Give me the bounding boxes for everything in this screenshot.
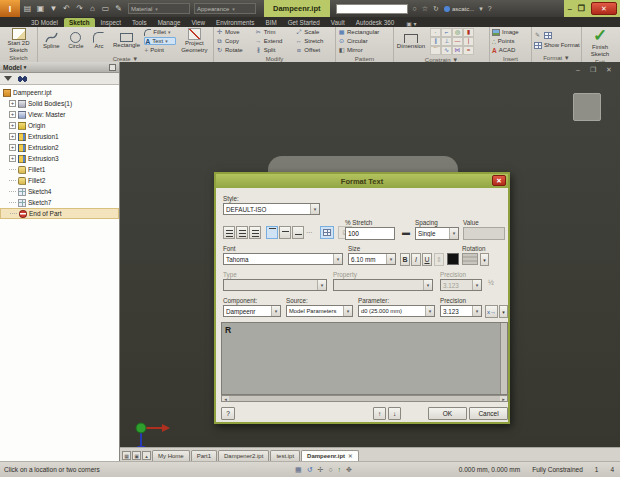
symbol-button[interactable] (320, 226, 334, 239)
sketch-qat-icon[interactable]: ✎ (113, 3, 124, 14)
tab-sketch[interactable]: Sketch (64, 18, 95, 27)
material-combo[interactable]: Material ▾ (128, 3, 190, 14)
new-file-icon[interactable]: ▤ (22, 3, 33, 14)
spline-button[interactable]: Spline (40, 32, 63, 50)
expand-icon[interactable]: + (9, 133, 16, 140)
filter-icon[interactable] (4, 76, 12, 81)
parameter-extra-dropdown[interactable]: ▾ (499, 305, 508, 318)
expand-icon[interactable]: + (9, 155, 16, 162)
help-button[interactable]: ? (221, 407, 235, 420)
print-icon[interactable]: ▭ (100, 3, 111, 14)
dimension-button[interactable]: Dimension (396, 34, 426, 50)
fillet-button[interactable]: Fillet ▾ (144, 28, 175, 36)
star-icon[interactable]: ☆ (422, 5, 428, 13)
tab-bim[interactable]: BIM (260, 18, 281, 27)
stretch-button[interactable]: ↔Stretch (295, 37, 333, 45)
expand-icon[interactable]: + (9, 100, 16, 107)
equal-constraint-icon[interactable]: = (463, 46, 474, 55)
close-tab-icon[interactable]: ✕ (348, 451, 353, 461)
move-down-button[interactable]: ↓ (388, 407, 401, 420)
rotation-control[interactable] (462, 253, 478, 265)
spacing-combo[interactable]: Single ▾ (415, 227, 459, 240)
tree-item-extrusion3[interactable]: + Extrusion3 (0, 153, 119, 164)
tree-item-origin[interactable]: + Origin (0, 120, 119, 131)
viewcube[interactable] (573, 93, 601, 121)
rectangular-pattern-button[interactable]: ▦Rectangular (338, 28, 391, 36)
text-color-swatch[interactable] (447, 253, 459, 265)
insert-parameter-button[interactable]: x→ (485, 305, 498, 318)
size-combo[interactable]: 6.10 mm ▾ (348, 253, 396, 265)
rotate-button[interactable]: ↻Rotate (216, 46, 252, 54)
iso-view-icon[interactable]: ▣ (132, 451, 141, 460)
extend-button[interactable]: →Extend (255, 37, 293, 45)
tree-item-sketch7[interactable]: Sketch7 (0, 197, 119, 208)
search-input[interactable] (336, 4, 408, 14)
open-file-icon[interactable]: ▣ (35, 3, 46, 14)
tab-autodesk-360[interactable]: Autodesk 360 (351, 18, 400, 27)
expand-icon[interactable]: + (9, 111, 16, 118)
move-up-button[interactable]: ↑ (373, 407, 386, 420)
rectangle-button[interactable]: Rectangle (111, 33, 142, 49)
tree-item-end-of-part[interactable]: End of Part (0, 208, 119, 219)
search-icon[interactable]: ○ (413, 5, 417, 12)
scale-button[interactable]: ⤢Scale (295, 28, 333, 36)
undo-zoom-icon[interactable]: ↺ (307, 466, 313, 474)
browser-header[interactable]: Model ▾ (0, 62, 119, 73)
align-middle-button[interactable] (279, 226, 291, 239)
expand-icon[interactable]: + (9, 144, 16, 151)
parallel-constraint-icon[interactable]: ∥ (430, 37, 441, 46)
cancel-button[interactable]: Cancel (469, 407, 508, 420)
start-2d-sketch-button[interactable]: Start 2D Sketch (2, 28, 35, 53)
tree-item-fillet1[interactable]: Fillet1 (0, 164, 119, 175)
style-combo[interactable]: DEFAULT-ISO ▾ (223, 203, 320, 215)
tab-scroll-up-icon[interactable]: ▴ (142, 451, 151, 460)
dialog-close-button[interactable]: ✕ (492, 175, 506, 186)
look-at-icon[interactable]: ✥ (346, 466, 352, 474)
doc-tab-my-home[interactable]: My Home (152, 450, 190, 461)
project-geometry-button[interactable]: Project Geometry (178, 28, 211, 53)
copy-button[interactable]: ⧉Copy (216, 37, 252, 45)
dialog-title-bar[interactable]: Format Text ✕ (216, 174, 508, 188)
refresh-icon[interactable]: ↻ (433, 5, 439, 13)
text-stretch-button[interactable]: ⇕ (434, 253, 444, 266)
document-window-controls[interactable]: – ❐ ✕ (576, 66, 616, 74)
tab-get-started[interactable]: Get Started (283, 18, 325, 27)
restore-button[interactable]: ❐ (578, 2, 585, 15)
orbit-icon[interactable]: ↑ (338, 466, 342, 474)
doc-tab-part1[interactable]: Part1 (191, 450, 217, 461)
fix-constraint-icon[interactable]: ▮ (463, 28, 474, 37)
tree-item-root[interactable]: Dampeenr.ipt (0, 87, 119, 98)
tangent-constraint-icon[interactable]: ⌒ (430, 46, 441, 55)
circle-button[interactable]: Circle (65, 32, 88, 50)
collinear-constraint-icon[interactable]: ⌐ (441, 28, 452, 37)
doc-tab-dampener2[interactable]: Dampener2.ipt (218, 450, 269, 461)
bold-button[interactable]: B (400, 253, 410, 266)
chevron-down-icon[interactable]: ▾ (479, 5, 483, 13)
redo-icon[interactable]: ↷ (74, 3, 85, 14)
tree-item-fillet2[interactable]: Fillet2 (0, 175, 119, 186)
select-filter-icon[interactable]: ▦ (295, 466, 302, 474)
source-combo[interactable]: Model Parameters ▾ (286, 305, 353, 317)
text-button[interactable]: A Text ▾ (144, 37, 175, 45)
font-combo[interactable]: Tahoma ▾ (223, 253, 343, 265)
tab-tools[interactable]: Tools (127, 18, 152, 27)
vertical-constraint-icon[interactable]: ❘ (463, 37, 474, 46)
save-icon[interactable]: ▼ (48, 3, 59, 14)
ok-button[interactable]: OK (428, 407, 467, 420)
point-button[interactable]: + Point (144, 46, 175, 54)
arc-button[interactable]: Arc (89, 32, 109, 50)
help-icon[interactable]: ? (488, 5, 492, 12)
format-painter-icon[interactable]: ✎ (534, 32, 541, 39)
justify-center-button[interactable] (236, 226, 248, 239)
circular-pattern-button[interactable]: ⊙Circular (338, 37, 391, 45)
parameter-combo[interactable]: d0 (25.000 mm) ▾ (358, 305, 435, 317)
underline-button[interactable]: U (422, 253, 432, 266)
inventor-logo-icon[interactable]: I (0, 0, 20, 17)
precision2-combo[interactable]: 3.123 ▾ (440, 305, 482, 317)
doc-tab-dampeenr[interactable]: Dampeenr.ipt ✕ (301, 450, 359, 461)
undo-icon[interactable]: ↶ (61, 3, 72, 14)
sign-in-button[interactable]: ascatc... (444, 6, 474, 12)
component-combo[interactable]: Dampeenr ▾ (223, 305, 281, 317)
finish-sketch-button[interactable]: ✓ Finish Sketch (584, 28, 616, 57)
tree-item-view-master[interactable]: + View: Master (0, 109, 119, 120)
